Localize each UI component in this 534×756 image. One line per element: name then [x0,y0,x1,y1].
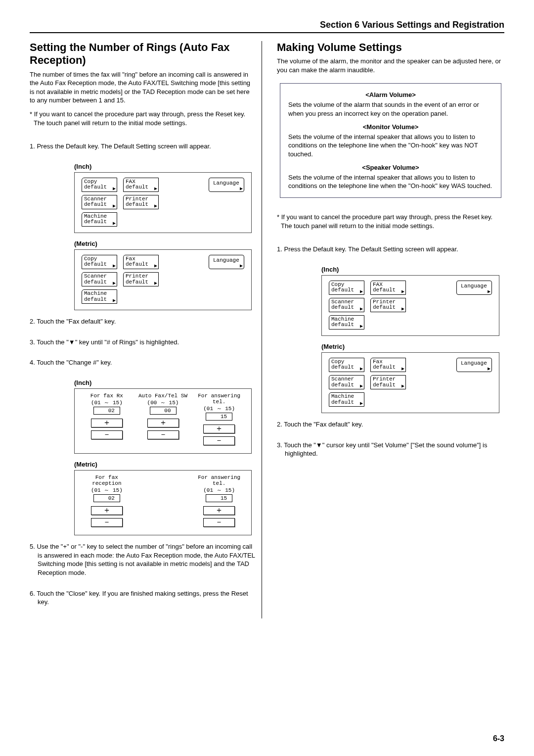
rings-col3-range: (01 ～ 15) [193,406,245,412]
minus-button[interactable]: － [203,436,235,445]
arrow-icon: ▶ [401,384,404,389]
arrow-icon: ▶ [360,289,363,294]
rings-panel-inch: For fax Rx (01 ～ 15) 02 ＋ － Auto Fax/Tel… [74,388,252,454]
plus-button[interactable]: ＋ [203,506,235,515]
language-button[interactable]: Language▶ [209,255,244,269]
minus-button[interactable]: － [203,518,235,527]
arrow-icon: ▶ [488,289,490,294]
rings-col1-range: (01 ～ 15) [81,400,133,406]
left-cancel-note: * If you want to cancel the procedure pa… [30,110,257,127]
fax-default-button[interactable]: FAX default▶ [370,281,406,295]
rings-m-col1-value: 02 [93,494,120,502]
arrow-icon: ▶ [154,204,157,209]
left-step-5: 5. Use the "+" or "-" key to select the … [30,542,257,577]
monitor-volume-text: Sets the volume of the internal speaker … [288,133,493,159]
arrow-icon: ▶ [154,264,157,269]
arrow-icon: ▶ [360,367,363,372]
alarm-volume-head: <Alarm Volume> [288,91,493,99]
arrow-icon: ▶ [360,307,363,312]
arrow-icon: ▶ [360,324,363,329]
copy-default-button[interactable]: Copy default▶ [329,358,364,372]
arrow-icon: ▶ [360,384,363,389]
right-title: Making Volume Settings [277,41,504,54]
plus-button[interactable]: ＋ [91,419,123,427]
scanner-default-button[interactable]: Scanner default▶ [82,272,117,286]
volume-info-box: <Alarm Volume> Sets the volume of the al… [280,83,501,197]
fax-default-button[interactable]: Fax default▶ [370,358,406,372]
printer-default-button[interactable]: Printer default▶ [370,375,406,389]
language-button[interactable]: Language▶ [456,358,492,372]
language-button[interactable]: Language▶ [456,281,492,295]
monitor-volume-head: <Monitor Volume> [288,123,493,132]
rings-col3-value: 15 [206,413,232,421]
arrow-icon: ▶ [113,281,116,286]
left-step-3: 3. Touch the "▼" key until "# of Rings" … [30,338,257,347]
machine-default-button[interactable]: Machine default▶ [329,315,364,330]
copy-default-button[interactable]: Copy default▶ [82,255,117,269]
arrow-icon: ▶ [401,289,404,294]
right-step-2: 2. Touch the "Fax default" key. [277,420,504,429]
right-column: Making Volume Settings The volume of the… [272,41,504,618]
rings-col2-range: (00 ～ 15) [137,400,189,406]
left-step-1: 1. Press the Default key. The Default Se… [30,142,257,151]
printer-default-button[interactable]: Printer default▶ [370,298,406,312]
rings-m-col1-range: (01 ～ 15) [81,487,133,493]
printer-default-button[interactable]: Printer default▶ [123,195,159,209]
copy-default-button[interactable]: Copy default▶ [82,178,117,192]
right-step-1: 1. Press the Default key. The Default Se… [277,245,504,254]
scanner-default-button[interactable]: Scanner default▶ [329,298,364,312]
right-cancel-note: * If you want to cancel the procedure pa… [277,213,504,230]
language-button[interactable]: Language▶ [209,178,244,192]
rings-m-col3-value: 15 [206,494,232,502]
arrow-icon: ▶ [113,264,116,269]
lcd-panel-metric-right: Copy default▶ Fax default▶ Language▶ Sca… [321,352,499,413]
left-column: Setting the Number of Rings (Auto Fax Re… [30,41,262,618]
rings-panel-metric: For fax reception (01 ～ 15) 02 ＋ － For a… [74,470,252,535]
plus-button[interactable]: ＋ [203,425,235,433]
lcd-inch-label: (Inch) [74,163,257,170]
arrow-icon: ▶ [113,221,116,226]
arrow-icon: ▶ [401,307,404,312]
minus-button[interactable]: － [91,430,123,439]
machine-default-button[interactable]: Machine default▶ [82,212,117,227]
left-step-2: 2. Touch the "Fax default" key. [30,317,257,326]
right-intro: The volume of the alarm, the monitor and… [277,57,504,74]
arrow-icon: ▶ [154,281,157,286]
lcd-metric-label-r: (Metric) [321,343,504,350]
rings-m-col1-title: For fax reception [81,474,133,486]
page-number: 6-3 [493,734,504,743]
arrow-icon: ▶ [401,367,404,372]
scanner-default-button[interactable]: Scanner default▶ [329,375,364,389]
alarm-volume-text: Sets the volume of the alarm that sounds… [288,100,493,118]
speaker-volume-text: Sets the volume of the internal speaker … [288,173,493,190]
copy-default-button[interactable]: Copy default▶ [329,281,364,295]
minus-button[interactable]: － [147,430,179,439]
arrow-icon: ▶ [113,187,116,191]
lcd-metric-label: (Metric) [74,240,257,247]
lcd-panel-inch-right: Copy default▶ FAX default▶ Language▶ Sca… [321,275,499,336]
machine-default-button[interactable]: Machine default▶ [82,289,117,304]
fax-default-button[interactable]: FAX default▶ [123,178,159,192]
left-step-6: 6. Touch the "Close" key. If you are fin… [30,589,257,607]
arrow-icon: ▶ [240,264,243,269]
left-title: Setting the Number of Rings (Auto Fax Re… [30,41,257,67]
arrow-icon: ▶ [113,298,116,303]
printer-default-button[interactable]: Printer default▶ [123,272,159,286]
lcd-panel-inch-left: Copy default▶ FAX default▶ Language▶ Sca… [74,172,252,233]
speaker-volume-head: <Speaker Volume> [288,163,493,172]
machine-default-button[interactable]: Machine default▶ [329,392,364,407]
arrow-icon: ▶ [360,401,363,406]
arrow-icon: ▶ [154,187,157,191]
rings-col1-title: For fax Rx [81,393,133,399]
rings-col1-value: 02 [93,407,120,415]
lcd-panel-metric-left: Copy default▶ Fax default▶ Language▶ Sca… [74,249,252,310]
plus-button[interactable]: ＋ [91,506,123,515]
plus-button[interactable]: ＋ [147,419,179,427]
fax-default-button[interactable]: Fax default▶ [123,255,159,269]
minus-button[interactable]: － [91,518,123,527]
arrow-icon: ▶ [240,187,243,191]
rings-col3-title: For answering tel. [193,393,245,405]
left-step-4: 4. Touch the "Change #" key. [30,358,257,367]
rings-m-col3-range: (01 ～ 15) [193,487,245,493]
scanner-default-button[interactable]: Scanner default▶ [82,195,117,209]
